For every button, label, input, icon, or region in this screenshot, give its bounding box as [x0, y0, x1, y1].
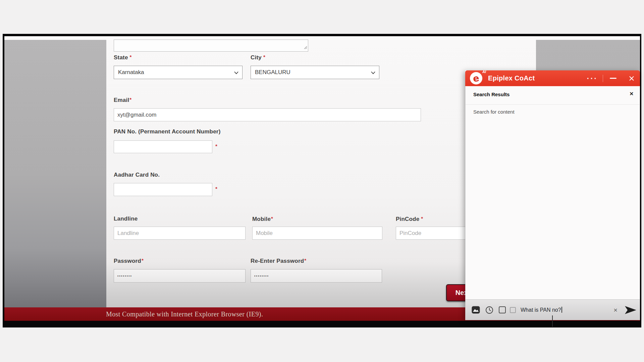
- pan-field[interactable]: [114, 140, 212, 153]
- password-label: Password*: [114, 257, 144, 264]
- resize-handle-icon[interactable]: [304, 45, 307, 51]
- aadhar-field[interactable]: [114, 183, 212, 196]
- image-capture-icon[interactable]: [472, 306, 480, 314]
- left-gutter: [4, 40, 106, 307]
- state-label: State*: [114, 54, 132, 61]
- footer-compatibility-text: Most Compatible with Internet Explorer B…: [106, 310, 263, 318]
- chevron-down-icon: [234, 69, 238, 76]
- select-checkbox[interactable]: [499, 306, 506, 313]
- landline-label: Landline: [114, 216, 138, 222]
- clear-input-icon[interactable]: ×: [613, 306, 618, 314]
- mobile-field[interactable]: [252, 227, 382, 240]
- required-asterisk: *: [215, 186, 217, 191]
- required-asterisk: *: [421, 216, 423, 221]
- pan-label: PAN No. (Permanent Account Number): [114, 128, 221, 135]
- menu-dots-icon[interactable]: •••: [587, 76, 598, 81]
- address-textarea[interactable]: [114, 40, 308, 52]
- city-select[interactable]: BENGALURU: [251, 66, 379, 79]
- required-asterisk: *: [130, 54, 132, 60]
- required-asterisk: *: [142, 257, 144, 263]
- send-icon[interactable]: [625, 306, 637, 314]
- page-top-strip: [4, 36, 640, 40]
- chevron-down-icon: [371, 69, 375, 76]
- state-select[interactable]: Karnataka: [114, 66, 243, 79]
- coact-titlebar[interactable]: e AI Epiplex CoAct •••: [465, 70, 640, 86]
- password-field[interactable]: [114, 269, 246, 283]
- pincode-label: PinCode*: [396, 216, 423, 223]
- screen: Most Compatible with Internet Explorer B…: [0, 0, 644, 362]
- search-results-close-icon[interactable]: ✕: [629, 91, 634, 97]
- ai-badge: AI: [482, 70, 486, 74]
- reenter-password-label: Re-Enter Password*: [251, 257, 306, 264]
- search-hint-text: Search for content: [473, 109, 515, 115]
- coact-body: Search Results ✕ Search for content: [465, 86, 640, 299]
- minimize-icon[interactable]: [610, 78, 616, 79]
- history-clock-icon[interactable]: [485, 306, 493, 314]
- required-asterisk: *: [304, 257, 306, 263]
- search-results-title: Search Results: [473, 92, 509, 97]
- email-field[interactable]: [114, 108, 421, 121]
- text-cursor: [552, 315, 553, 327]
- aadhar-label: Aadhar Card No.: [114, 172, 160, 178]
- landline-field[interactable]: [114, 227, 246, 240]
- mobile-label: Mobile*: [252, 216, 273, 223]
- titlebar-separator: [603, 75, 603, 82]
- reenter-password-field[interactable]: [251, 269, 382, 283]
- chat-input[interactable]: What is PAN no?: [521, 307, 562, 313]
- secondary-checkbox[interactable]: [510, 307, 516, 313]
- required-asterisk: *: [263, 54, 265, 60]
- city-label: City*: [251, 54, 265, 61]
- text-caret: [561, 307, 562, 313]
- required-asterisk: *: [271, 216, 273, 221]
- close-icon[interactable]: [629, 75, 635, 81]
- coact-title: Epiplex CoAct: [488, 74, 535, 82]
- required-asterisk: *: [129, 97, 131, 102]
- email-label: Email*: [114, 97, 131, 104]
- pincode-field[interactable]: [396, 227, 470, 240]
- divider: [466, 104, 640, 105]
- required-asterisk: *: [215, 143, 217, 149]
- epiplex-logo: e AI: [470, 72, 482, 84]
- coact-panel: e AI Epiplex CoAct ••• Search Results ✕: [465, 70, 640, 320]
